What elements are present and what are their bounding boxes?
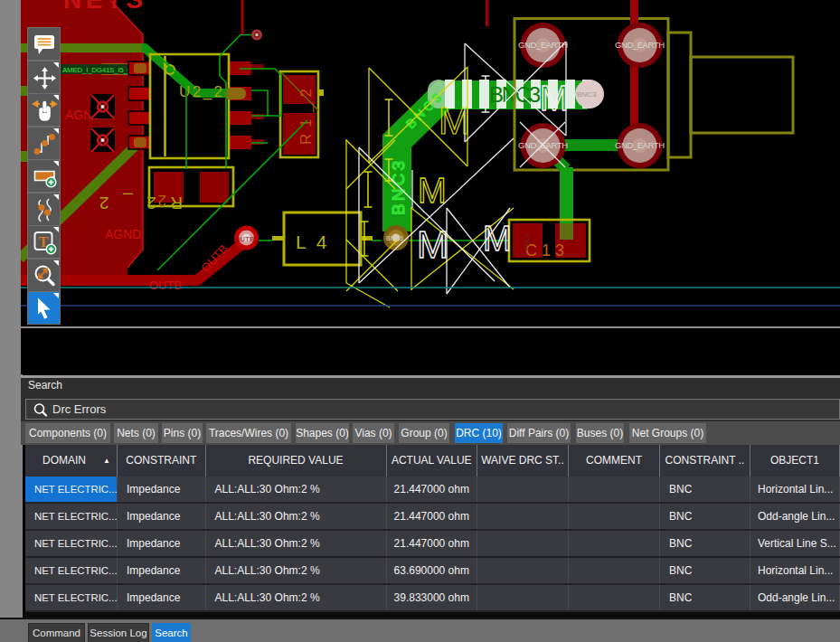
svg-text:M: M xyxy=(417,223,448,266)
svg-text:AGND: AGND xyxy=(105,227,141,241)
svg-text:GND_EARTH: GND_EARTH xyxy=(615,40,665,50)
svg-text:2: 2 xyxy=(158,192,166,209)
svg-text:C13: C13 xyxy=(525,241,569,260)
svg-text:BNC3: BNC3 xyxy=(524,233,530,250)
svg-text:OUTB: OUTB xyxy=(234,235,254,243)
svg-text:M: M xyxy=(439,99,470,142)
svg-text:OUTB: OUTB xyxy=(149,279,182,292)
svg-text:GND_EARTH: GND_EARTH xyxy=(518,40,568,50)
svg-text:M: M xyxy=(418,172,447,210)
svg-text:BNC3: BNC3 xyxy=(386,235,403,241)
svg-text:AMED_I_DG41S_I5_0: AMED_I_DG41S_I5_0 xyxy=(62,66,132,74)
svg-text:L 4: L 4 xyxy=(296,231,329,252)
svg-text:M: M xyxy=(540,80,569,118)
svg-text:GND_EARTH: GND_EARTH xyxy=(615,140,665,150)
svg-text:BNC3: BNC3 xyxy=(577,90,597,99)
